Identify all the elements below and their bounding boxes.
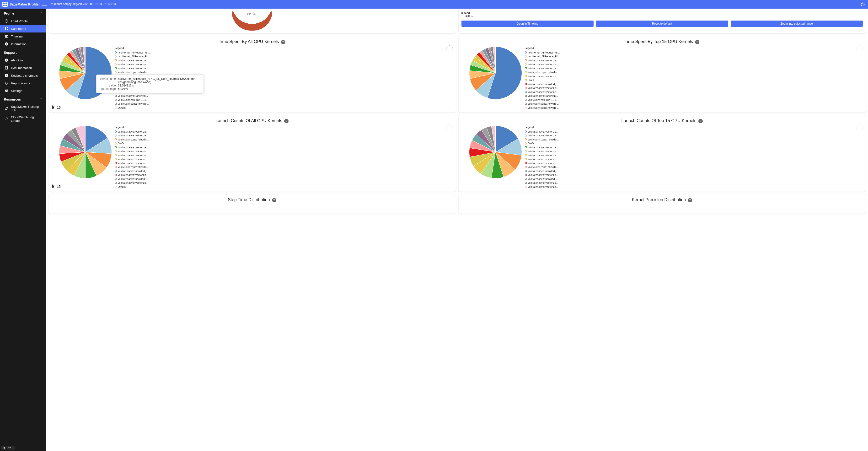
legend-item[interactable]: DtoD [525, 142, 559, 146]
legend-item[interactable]: void at::native::unrolled_... [115, 177, 149, 181]
legend-item[interactable]: void at::native::vectorize... [115, 130, 149, 134]
section-profile[interactable]: Profile ⌃ [0, 9, 46, 17]
help-icon[interactable]: ? [272, 198, 276, 202]
legend-item[interactable]: void at::native::vectorize... [525, 161, 559, 165]
chart-badge-icon[interactable] [1, 446, 6, 450]
card-title: Step Time Distribution ? [51, 197, 453, 202]
legend-item[interactable]: void cudnn::ops::nhwcTo... [115, 165, 149, 169]
info-icon: i [4, 42, 9, 46]
legend-item[interactable]: void at::native::(anonym... [115, 94, 150, 98]
legend-item[interactable]: void at::native::vectorize... [525, 173, 559, 177]
nav-dashboard[interactable]: Dashboard [0, 25, 46, 32]
legend-item[interactable]: void cudnn::ops::nhwcTo... [525, 106, 560, 110]
legend-item[interactable]: void at::native::vectorize... [115, 153, 149, 157]
legend-item[interactable]: void at::native::vectorize... [525, 146, 559, 150]
svg-rect-13 [7, 29, 8, 30]
nav-training-job[interactable]: SageMaker Training Job [0, 103, 46, 114]
legend-item[interactable]: void at::native::vectorize... [525, 149, 559, 153]
help-icon[interactable]: ? [688, 198, 692, 202]
cpu-idle-chart: CPU idle [232, 11, 272, 31]
legend-item[interactable]: void at::native::vectorize... [115, 133, 149, 138]
nav-documentation[interactable]: Documentation [0, 64, 46, 72]
legend-item[interactable]: ncclKernel_AllReduce_RI... [115, 55, 150, 59]
legend-item[interactable]: DtoD [115, 142, 149, 146]
legend-item[interactable]: void at::native::vectorize... [115, 62, 150, 66]
legend-item[interactable]: void at::native::vectorize... [525, 130, 559, 134]
legend-item[interactable]: void cudnn::ops::nhwcTo... [525, 102, 560, 106]
legend-item[interactable]: void cudnn::ops::nhwcTo... [525, 165, 559, 169]
open-timeline-button[interactable]: Open in Timeline [462, 21, 594, 27]
legend-item[interactable]: void at::native::vectorize... [525, 133, 559, 138]
bug-icon [4, 81, 9, 85]
legend-item[interactable]: void cudnn::ops::nchwTo... [525, 138, 559, 142]
legend-item[interactable]: void at::native::vectorize... [115, 146, 149, 150]
section-resources[interactable]: Resources ⌃ [0, 95, 46, 103]
legend-item[interactable]: ncclKernel_AllReduce_RI... [525, 55, 560, 59]
legend-item[interactable]: void at::native::vectorize... [525, 66, 560, 70]
legend-item[interactable]: Others [115, 185, 149, 189]
k-label: k [52, 183, 55, 189]
svg-line-10 [6, 20, 7, 21]
db-badge[interactable]: DB 0 [7, 446, 15, 450]
nav-report[interactable]: Report issuus [0, 79, 46, 87]
legend-item[interactable]: void at::native::unrolled_... [115, 169, 149, 173]
power-icon[interactable] [860, 2, 865, 7]
svg-rect-38 [4, 447, 5, 449]
nav-settings[interactable]: Settings [0, 87, 46, 95]
nav-about[interactable]: i About us [0, 56, 46, 64]
launch-top15-pie[interactable] [469, 125, 522, 179]
nav-load-profile[interactable]: Load Profile [0, 17, 46, 25]
menu-icon[interactable] [42, 2, 46, 7]
legend-item[interactable]: DtoD [525, 78, 560, 82]
legend-item[interactable]: void cudnn::ops::nchwTo... [525, 70, 560, 74]
card-title: Launch Counts Of Top 15 GPU Kernels ? [462, 118, 863, 123]
legend-item[interactable]: void at::native::vectorize... [115, 149, 149, 153]
help-icon[interactable]: ? [281, 40, 285, 44]
legend-item[interactable]: void cudnn::ops::nchwTo... [115, 138, 149, 142]
legend-item[interactable]: Others [115, 106, 150, 110]
help-icon[interactable]: ? [699, 119, 703, 123]
legend-item[interactable]: ncclKernel_AllReduce_RI... [115, 51, 150, 55]
legend-item[interactable]: void at::native::vectorize... [525, 153, 559, 157]
launch-all-legend: Legend void at::native::vectorize...void… [115, 125, 149, 189]
legend-item[interactable]: ncclKernel_AllReduce_RI... [525, 51, 560, 55]
legend-item[interactable]: void at::native::unrolled_... [525, 169, 559, 173]
time-top15-pie[interactable] [469, 46, 522, 100]
legend-item[interactable]: void at::native::vectorize... [115, 157, 149, 161]
nav-keyboard[interactable]: ? Keyboard shortcuts [0, 72, 46, 79]
legend-item[interactable]: void at::native::vectorize... [115, 59, 150, 63]
legend-item[interactable]: void at::native::vectorize... [525, 59, 560, 63]
help-icon[interactable]: ? [695, 40, 700, 44]
legend-item[interactable]: void at::native::unrolled_... [525, 177, 559, 181]
legend-item[interactable]: void at::native::vectorize... [525, 185, 559, 189]
legend-item-algo1: algo-1 [462, 14, 863, 17]
section-support[interactable]: Support ⌃ [0, 48, 46, 56]
legend-item[interactable]: void at::native::vectorize... [115, 173, 149, 177]
legend-item[interactable]: void cudnn::bn_bw_1C1... [525, 98, 560, 102]
legend-item[interactable]: void at::native::(anonym... [525, 94, 560, 98]
time-top15-card: Time Spent By Top 15 GPU Kernels ? ⋯ Leg… [459, 36, 866, 113]
nav-timeline[interactable]: Timeline [0, 32, 46, 40]
nav-information[interactable]: i Information [0, 40, 46, 48]
legend-item[interactable]: void at::native::vectorize... [525, 74, 560, 78]
k-input[interactable] [56, 184, 64, 189]
svg-rect-11 [5, 27, 6, 29]
legend-item[interactable]: void cudnn::bn_bw_1C1... [115, 98, 150, 102]
legend-item[interactable]: void at::native::vectorize... [525, 62, 560, 66]
zoom-range-button[interactable]: Zoom into selected range [731, 21, 863, 27]
legend-item[interactable]: void cudnn::ops::nhwcTo... [115, 102, 150, 106]
legend-item[interactable]: void at::native::vectorize... [525, 86, 560, 90]
legend-item[interactable]: void cudnn::ops::nchwTo... [115, 70, 150, 74]
legend-item[interactable]: void at::native::vectorize... [525, 157, 559, 161]
legend-item[interactable]: void at::native::vectorize... [525, 90, 560, 94]
legend-item[interactable]: void at::native::vectorize... [115, 66, 150, 70]
help-icon[interactable]: ? [284, 119, 288, 123]
k-input[interactable] [56, 105, 64, 110]
reset-default-button[interactable]: Reset to default [596, 21, 728, 27]
legend-item[interactable]: void at::native::unrolled_... [525, 82, 560, 86]
launch-all-pie[interactable] [59, 125, 112, 179]
legend-item[interactable]: void at::native::vectorize... [115, 181, 149, 185]
legend-item[interactable]: void at::native::vectorize... [525, 181, 559, 185]
nav-cloudwatch[interactable]: CloudWatch Log Group [0, 114, 46, 124]
legend-item[interactable]: void at::native::vectorize... [115, 161, 149, 165]
